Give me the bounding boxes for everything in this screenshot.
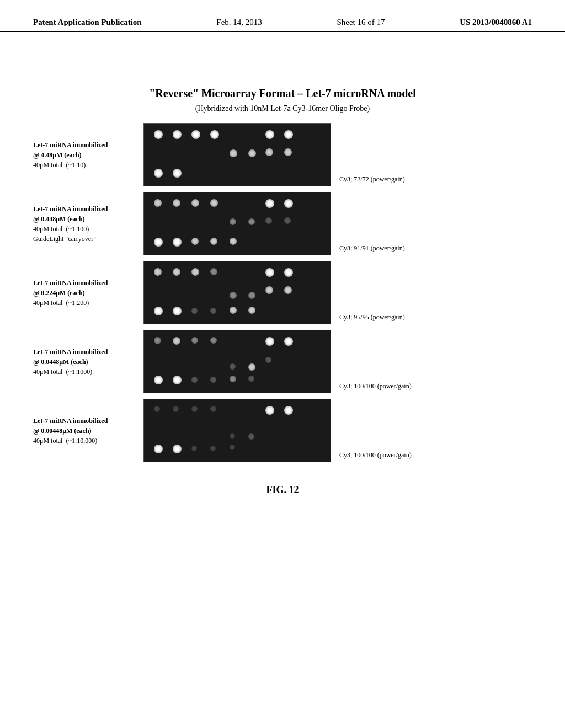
figure-caption: FIG. 12 <box>266 484 299 496</box>
row-1-annotation: Cy3; 72/72 (power/gain) <box>339 175 405 186</box>
row-2-label: Let-7 miRNA immobilized @ 0.448μM (each)… <box>33 204 143 244</box>
figure-title-section: "Reverse" Microarray Format – Let-7 micr… <box>33 87 532 113</box>
figure-subtitle: (Hybridized with 10nM Let-7a Cy3-16mer O… <box>33 104 532 113</box>
row-4-grid <box>143 330 331 393</box>
row-3-label: Let-7 miRNA immobilized @ 0.224μM (each)… <box>33 278 143 308</box>
figure-row-1: Let-7 miRNA immobilized @ 4.48μM (each) … <box>33 123 532 186</box>
microarray-figure: Let-7 miRNA immobilized @ 4.48μM (each) … <box>33 123 532 468</box>
row-1-label: Let-7 miRNA immobilized @ 4.48μM (each) … <box>33 140 143 170</box>
header-patent-number: US 2013/0040860 A1 <box>460 18 532 27</box>
row-2-grid <box>143 192 331 255</box>
figure-row-4: Let-7 miRNA immobilized @ 0.0448μM (each… <box>33 330 532 393</box>
row-4-label: Let-7 miRNA immobilized @ 0.0448μM (each… <box>33 347 143 377</box>
header-sheet: Sheet 16 of 17 <box>337 18 385 27</box>
header-date: Feb. 14, 2013 <box>216 18 262 27</box>
row-2-annotation: Cy3; 91/91 (power/gain) <box>339 244 405 255</box>
figure-container: Let-7 miRNA immobilized @ 4.48μM (each) … <box>33 123 532 496</box>
row-5-grid <box>143 399 331 462</box>
figure-main-title: "Reverse" Microarray Format – Let-7 micr… <box>33 87 532 100</box>
header-publication-label: Patent Application Publication <box>33 18 142 27</box>
row-3-grid <box>143 261 331 324</box>
row-4-annotation: Cy3; 100/100 (power/gain) <box>339 382 412 393</box>
page-header: Patent Application Publication Feb. 14, … <box>0 0 565 32</box>
row-5-label: Let-7 miRNA immobilized @ 0.00448μM (eac… <box>33 416 143 446</box>
row-1-grid <box>143 123 331 186</box>
figure-row-2: Let-7 miRNA immobilized @ 0.448μM (each)… <box>33 192 532 255</box>
row-3-annotation: Cy3; 95/95 (power/gain) <box>339 313 405 324</box>
page-container: Patent Application Publication Feb. 14, … <box>0 0 565 728</box>
main-content: "Reverse" Microarray Format – Let-7 micr… <box>0 32 565 518</box>
figure-row-3: Let-7 miRNA immobilized @ 0.224μM (each)… <box>33 261 532 324</box>
row-5-annotation: Cy3; 100/100 (power/gain) <box>339 451 412 462</box>
figure-row-5: Let-7 miRNA immobilized @ 0.00448μM (eac… <box>33 399 532 462</box>
